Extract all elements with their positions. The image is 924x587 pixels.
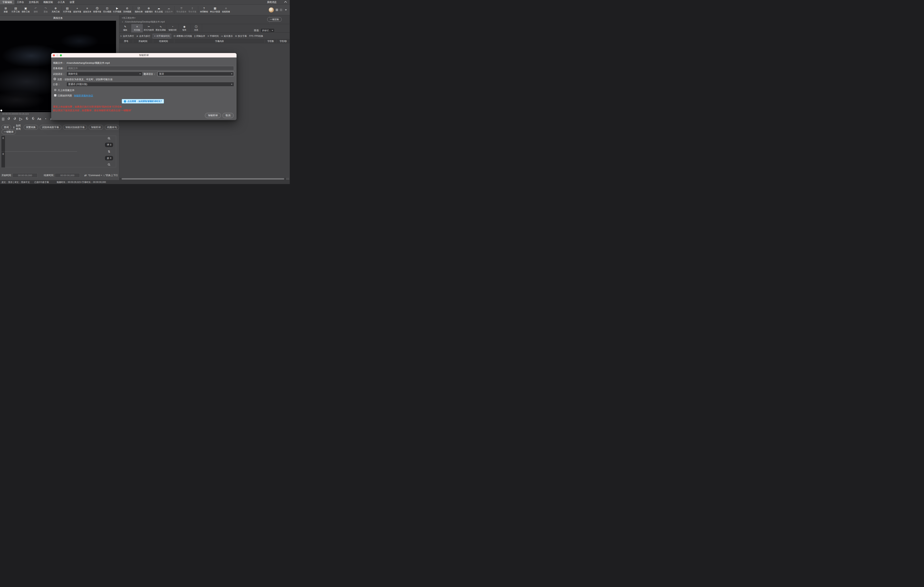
fps-convert-button[interactable]: FPSFPS转换 [249, 35, 263, 38]
close-window-button[interactable] [53, 54, 55, 56]
close-video-button[interactable]: ⊘关闭视频 [122, 7, 132, 13]
append-subtitle-button[interactable]: +追加字幕 [72, 7, 82, 13]
extend-display-button[interactable]: ↦延长显示 [221, 35, 233, 38]
online-support-button[interactable]: ∩在线客服 [221, 7, 231, 13]
create-project-button[interactable]: ⊕创建项目 [144, 7, 154, 13]
export-subtitle-button[interactable]: ⇧导出字幕 [187, 7, 197, 13]
confirm-transcribe-button[interactable]: 智能听译 [205, 113, 221, 118]
export-multi-icon: ⇈ [180, 7, 183, 10]
menu-subtitle-edit[interactable]: 字幕编辑 [0, 0, 15, 5]
seek-back-3s-button[interactable]: ↺-3 [7, 116, 10, 122]
blank-video-button[interactable]: ⊡空白视频 [102, 7, 112, 13]
close-project-button[interactable]: ⊗关闭工程 [51, 7, 61, 13]
swap-lines-icon[interactable]: ⇅ [108, 150, 110, 153]
tab-timeline[interactable]: ≡时间轴 [131, 24, 143, 33]
translation-textarea[interactable]: 0 [1, 136, 116, 152]
zoom-in-icon[interactable] [107, 137, 111, 140]
source-language-select[interactable]: 简体中文 [66, 72, 142, 76]
end-time-input[interactable] [55, 173, 80, 178]
membership-badge-icon [276, 9, 278, 11]
service-agreement-link[interactable]: 智能听译服务协议 [74, 94, 93, 97]
view-subtitle-button[interactable]: Ⓠ查看字幕 [92, 7, 102, 13]
audio-only-label[interactable]: 只上传音频文件 [58, 89, 74, 92]
my-tasks-button[interactable]: ☑我的任务 [134, 7, 144, 13]
same-track-merge-button[interactable]: ∥同轴合并 [194, 35, 205, 38]
scrollbar-thumb[interactable] [122, 178, 284, 180]
accent-select[interactable]: 普通话 (中国大陆) [66, 82, 234, 86]
machine-translate-line-button[interactable]: 机翻本句 [105, 125, 119, 130]
start-time-input[interactable] [13, 173, 38, 178]
filter-select[interactable]: 多标记... [261, 28, 275, 33]
menu-file-queue[interactable]: 文件队列 [26, 0, 41, 5]
seek-back-1s-button[interactable]: ↺-1 [13, 116, 16, 122]
simplified-traditional-button[interactable]: 简繁转换 [24, 125, 38, 130]
smart-ocr-frames-button[interactable]: 智能识别画面字幕 [63, 125, 87, 130]
ocr-current-frame-button[interactable]: 识别本画面字幕 [40, 125, 61, 130]
seek-forward-1s-button[interactable]: ↻+1 [25, 116, 29, 122]
merge-multi-line-button[interactable]: ≽合并为多行 [136, 35, 150, 38]
audio-only-checkbox[interactable] [54, 89, 56, 91]
smart-transcribe-button[interactable]: 智能听译 [89, 125, 103, 130]
seek-forward-3s-button[interactable]: ↻+3 [31, 116, 35, 122]
redo-button[interactable]: ↷重做 [41, 7, 51, 13]
filter-control: 筛选 多标记... [254, 28, 275, 33]
cancel-button[interactable]: 取消 [223, 113, 234, 118]
menu-settings[interactable]: 设置 [67, 0, 77, 5]
open-project-button[interactable]: ▤打开工程 [11, 7, 21, 13]
target-language-select[interactable]: 英语 [157, 72, 234, 76]
min-gap-button[interactable]: ⊡调整最小行间隔 [173, 35, 192, 38]
one-click-encode-button[interactable]: 一键压制 [267, 17, 282, 21]
tab-knowledge-base[interactable]: ◉智库 [178, 24, 190, 33]
original-count-badge[interactable]: 原0 [105, 156, 113, 160]
menu-tools[interactable]: 小工具 [55, 0, 67, 5]
translated-count-badge[interactable]: 译0 [105, 143, 113, 147]
tutorial-button[interactable]: ?使用教程 [199, 7, 209, 13]
unit-calculator-button[interactable]: ▦单位计算器 [209, 7, 221, 13]
tab-graphic-timing[interactable]: ∿图形化调轴 [155, 24, 167, 33]
merge-single-line-button[interactable]: ≻合并为单行 [120, 35, 134, 38]
close-file-icon[interactable]: × [122, 20, 123, 23]
append-text-button[interactable]: ≡追加文本 [82, 7, 92, 13]
seek-handle[interactable] [0, 110, 2, 111]
tab-smart-correction[interactable]: ◔智能纠错 [167, 24, 178, 33]
cloud-files-button[interactable]: ☁云端文件 [164, 7, 174, 13]
undo-button[interactable]: ↶撤销 [31, 7, 41, 13]
zoom-window-button[interactable] [60, 54, 62, 56]
export-versions-button[interactable]: ⇈导出多版本 [175, 7, 187, 13]
new-project-button[interactable]: ⊞新建 [1, 7, 11, 13]
minimize-window-button[interactable] [56, 54, 58, 56]
align-playtime-button[interactable]: ≡对齐播放时间 [153, 34, 171, 38]
one-click-translate-button[interactable]: 一键翻译 [2, 130, 16, 134]
split-subtitle-button[interactable]: ⊟拆分字幕 [235, 35, 247, 38]
zoom-out-icon[interactable] [107, 163, 111, 166]
open-video-button[interactable]: ▶打开视频 [112, 7, 122, 13]
user-avatar[interactable] [269, 7, 274, 13]
cloud-upload-icon: ☁ [157, 7, 160, 10]
file-tab[interactable]: × /Users/bobzhang/Desktop/视频文件.mp4 [122, 20, 165, 23]
clock-button[interactable]: ◔ [44, 116, 47, 122]
tab-styles-effects[interactable]: ✂样式与效果 [143, 24, 155, 33]
task-name-input[interactable] [66, 66, 234, 70]
stop-button[interactable] [2, 117, 5, 120]
horizontal-scrollbar[interactable] [119, 178, 290, 180]
save-to-cloud-button[interactable]: ☁存入云端 [154, 7, 164, 13]
agree-checkbox[interactable]: ✓ [54, 94, 56, 96]
tab-info[interactable]: ⓘ信息 [190, 24, 202, 33]
menu-video-encode[interactable]: 视频压制 [41, 0, 55, 5]
new-file-icon: ⊞ [5, 7, 7, 10]
how-to-get-duration-banner[interactable]: i 点击查看：如何获取智能听译时长? [122, 99, 164, 104]
menu-workbench[interactable]: 工作台 [15, 0, 26, 5]
shift-time-button[interactable]: ≡平移时间 [208, 35, 219, 38]
play-button[interactable]: ▷ [19, 116, 23, 122]
font-size-button[interactable]: Aa [37, 116, 41, 122]
original-textarea[interactable]: 0 [1, 152, 116, 167]
lookup-word-button[interactable]: 查词 [2, 125, 11, 130]
chevron-up-icon[interactable] [284, 1, 287, 4]
checkbox-icon[interactable] [13, 126, 15, 129]
swap-rows-icon[interactable]: ⇄ [84, 174, 87, 177]
system-message-button[interactable]: 系统消息 [265, 0, 279, 5]
account-caret-down-icon[interactable] [285, 10, 287, 10]
open-subtitle-button[interactable]: ▤打开字幕 [62, 7, 72, 13]
tab-edit[interactable]: ✎编辑 [119, 24, 131, 33]
save-project-button[interactable]: ▣保存工程 [21, 7, 31, 13]
